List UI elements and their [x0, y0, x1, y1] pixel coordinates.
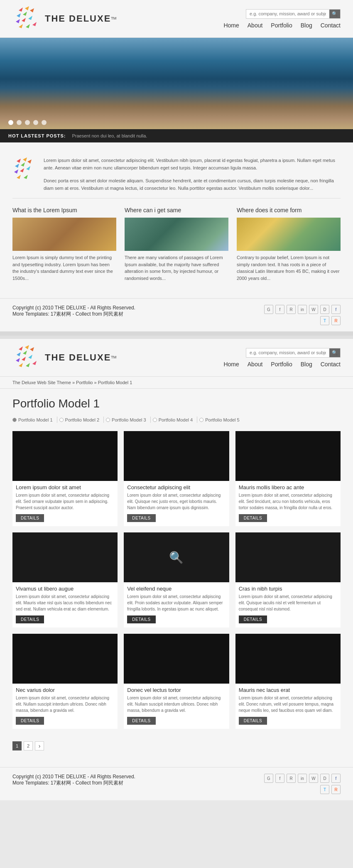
social-icon-w[interactable]: W	[309, 305, 318, 314]
nav-blog-2[interactable]: Blog	[301, 361, 312, 368]
portfolio-thumb-3	[235, 431, 341, 481]
content-section: Lorem ipsum dolor sit amet, consectetur …	[0, 142, 353, 298]
footer-copy-line-2: More Templates: 17素材网 - Collect from 阿民素…	[12, 311, 135, 318]
breadcrumb-sep-1: »	[72, 380, 76, 385]
social-icon-r3[interactable]: R	[287, 774, 296, 783]
svg-marker-31	[32, 361, 37, 365]
hero-dot-3[interactable]	[25, 120, 30, 125]
nav-blog[interactable]: Blog	[301, 22, 312, 29]
nav-contact[interactable]: Contact	[321, 22, 341, 29]
social-icon-r4[interactable]: R	[331, 785, 341, 794]
social-icon-d2[interactable]: D	[320, 774, 329, 783]
portfolio-thumb-2	[124, 431, 229, 481]
search-button-2[interactable]: 🔍	[329, 348, 340, 357]
hero-dot-4[interactable]	[33, 120, 38, 125]
ptab-4[interactable]: Portfolio Model 4	[153, 417, 193, 422]
zoom-icon: 🔍	[169, 551, 184, 564]
details-btn-8[interactable]: DETAILS	[127, 717, 155, 725]
hero-dot-2[interactable]	[17, 120, 22, 125]
search-input[interactable]	[246, 10, 329, 17]
social-icons-1: G f R in W D f T R	[257, 305, 341, 325]
svg-marker-14	[21, 162, 25, 167]
social-icon-g2[interactable]: G	[264, 774, 273, 783]
portfolio-item-1: Lorem ipsum dolor sit amet Lorem ipsum d…	[12, 431, 118, 526]
footer-copy-2: Copyright (c) 2010 THE DELUXE - All Righ…	[12, 774, 135, 787]
portfolio-thumb-7	[12, 634, 118, 684]
logo-text-2: THE DELUXETM	[45, 352, 116, 363]
nav-portfolio[interactable]: Portfolio	[271, 22, 292, 29]
ptab-radio-4	[153, 418, 157, 422]
portfolio-item-title-7: Nec varius dolor	[16, 687, 114, 693]
portfolio-section: Portfolio Model 1 Portfolio Model 1 Port…	[0, 389, 353, 767]
featured-text: Lorem ipsum dolor sit amet, consectetur …	[44, 157, 341, 192]
social-icon-r1[interactable]: R	[287, 305, 296, 314]
details-btn-6[interactable]: DETAILS	[239, 615, 267, 623]
details-btn-5[interactable]: DETAILS	[127, 615, 155, 623]
details-btn-3[interactable]: DETAILS	[239, 514, 267, 522]
social-icon-in[interactable]: in	[298, 305, 307, 314]
footer-copy-line-1: Copyright (c) 2010 THE DELUXE - All Righ…	[12, 305, 135, 311]
ptab-3[interactable]: Portfolio Model 3	[106, 417, 146, 422]
portfolio-item-text-9: Lorem ipsum dolor sit amet, consectetur …	[239, 695, 337, 714]
logo-birds-icon	[12, 4, 42, 33]
nav-portfolio-2[interactable]: Portfolio	[271, 361, 292, 368]
col-1-image	[12, 218, 116, 251]
details-btn-1[interactable]: DETAILS	[16, 514, 44, 522]
featured-post: Lorem ipsum dolor sit amet, consectetur …	[12, 151, 341, 199]
svg-marker-19	[17, 175, 21, 179]
social-icon-f1[interactable]: f	[275, 305, 284, 314]
social-icon-g[interactable]: G	[264, 305, 273, 314]
social-icon-fb2[interactable]: f	[331, 774, 341, 783]
ptab-radio-1	[12, 418, 17, 422]
nav-about-2[interactable]: About	[248, 361, 263, 368]
social-icon-t[interactable]: T	[320, 316, 329, 325]
portfolio-item-title-4: Vivamus ut libero augue	[16, 586, 114, 592]
site-header-2: THE DELUXETM 🔍 Home About Portfolio Blog…	[0, 336, 353, 377]
social-icon-w2[interactable]: W	[309, 774, 318, 783]
ptab-2[interactable]: Portfolio Model 2	[59, 417, 100, 422]
ptab-5[interactable]: Portfolio Model 5	[199, 417, 240, 422]
page-1[interactable]: 1	[12, 741, 22, 750]
svg-marker-20	[24, 175, 28, 179]
portfolio-item-title-8: Donec vel lectus tortor	[127, 687, 226, 693]
social-icon-in2[interactable]: in	[298, 774, 307, 783]
portfolio-thumb-8	[124, 634, 229, 684]
details-btn-4[interactable]: DETAILS	[16, 615, 44, 623]
portfolio-tabs: Portfolio Model 1 Portfolio Model 2 Port…	[12, 417, 341, 423]
nav-contact-2[interactable]: Contact	[321, 361, 341, 368]
social-icon-t2[interactable]: T	[320, 785, 329, 794]
ptab-1[interactable]: Portfolio Model 1	[12, 417, 53, 422]
details-btn-9[interactable]: DETAILS	[239, 717, 267, 725]
details-btn-2[interactable]: DETAILS	[127, 514, 155, 522]
col-2-title: Where can i get same	[125, 207, 228, 213]
ptab-radio-3	[106, 418, 110, 422]
ptab-label-4: Portfolio Model 4	[159, 417, 193, 422]
footer-copy-line-3: Copyright (c) 2010 THE DELUXE - All Righ…	[12, 774, 135, 780]
hero-dots	[8, 120, 47, 125]
social-icon-r2[interactable]: R	[331, 316, 341, 325]
page-2[interactable]: 2	[24, 741, 33, 750]
nav-about[interactable]: About	[248, 22, 263, 29]
search-button[interactable]: 🔍	[329, 10, 340, 18]
logo-birds-icon-2	[12, 343, 42, 372]
portfolio-item-text-6: Lorem ipsum dolor sit amet, consectetur …	[239, 593, 337, 612]
search-box: 🔍	[246, 9, 341, 19]
hero-dot-5[interactable]	[42, 120, 47, 125]
page-next[interactable]: ›	[35, 741, 44, 750]
social-icon-fb[interactable]: f	[331, 305, 341, 314]
breadcrumb-home[interactable]: The Deluxe Web Site Theme	[12, 380, 71, 385]
main-nav-2: Home About Portfolio Blog Contact	[223, 361, 341, 368]
svg-marker-27	[22, 357, 26, 361]
nav-home-2[interactable]: Home	[223, 361, 239, 368]
social-icon-f2[interactable]: f	[275, 774, 284, 783]
details-btn-7[interactable]: DETAILS	[16, 717, 44, 725]
nav-home[interactable]: Home	[223, 22, 239, 29]
hero-dot-1[interactable]	[8, 120, 13, 125]
search-input-2[interactable]	[246, 349, 329, 356]
breadcrumb-parent[interactable]: Portfolio	[76, 380, 93, 385]
svg-marker-16	[14, 169, 18, 174]
col-1-title: What is the Lorem Ipsum	[12, 207, 116, 213]
social-icon-d[interactable]: D	[320, 305, 329, 314]
logo-area-2: THE DELUXETM	[12, 343, 116, 372]
site-footer-1: Copyright (c) 2010 THE DELUXE - All Righ…	[0, 298, 353, 331]
